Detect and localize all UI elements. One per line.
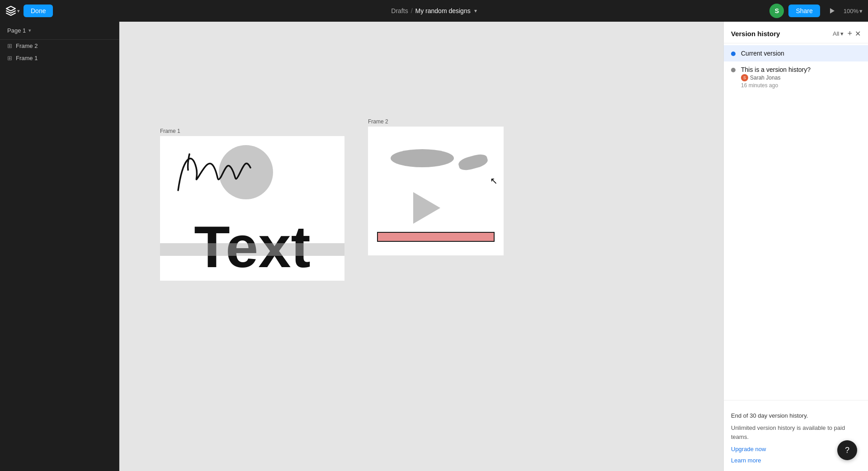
svg-marker-0 — [830, 8, 835, 14]
zoom-level: 100% — [844, 8, 859, 14]
version-user: S Sarah Jonas — [741, 74, 861, 81]
version-item-history[interactable]: This is a version history? S Sarah Jonas… — [724, 61, 868, 93]
version-dot-history — [731, 68, 736, 72]
main-content: Page 1 ▾ ⊞ Frame 2 ⊞ Frame 1 Frame 1 — [0, 22, 868, 471]
layer-item-frame1[interactable]: ⊞ Frame 1 — [0, 52, 119, 64]
frame2-container: Frame 2 — [368, 118, 504, 255]
left-panel: Page 1 ▾ ⊞ Frame 2 ⊞ Frame 1 — [0, 22, 119, 471]
play-button[interactable] — [825, 4, 839, 18]
version-dot-current — [731, 52, 736, 56]
rp-divider — [724, 400, 868, 400]
page-chevron: ▾ — [28, 28, 31, 33]
frame2-oval — [391, 149, 454, 167]
page-label: Page 1 — [7, 27, 26, 34]
share-button[interactable]: Share — [788, 5, 820, 17]
frame2-box[interactable] — [368, 127, 504, 255]
layer-label-frame1: Frame 1 — [16, 55, 38, 61]
version-info-current: Current version — [741, 50, 861, 57]
logo-chevron: ▾ — [17, 8, 20, 14]
rp-filter-chevron: ▾ — [840, 30, 844, 37]
layer-item-frame2[interactable]: ⊞ Frame 2 — [0, 40, 119, 52]
breadcrumb-drafts[interactable]: Drafts — [391, 7, 408, 14]
help-fab[interactable]: ? — [837, 440, 857, 460]
done-button[interactable]: Done — [24, 5, 53, 17]
frame2-label: Frame 2 — [368, 118, 504, 125]
version-name-current: Current version — [741, 50, 861, 57]
page-selector[interactable]: Page 1 ▾ — [0, 22, 119, 40]
rp-filter-dropdown[interactable]: All ▾ — [833, 30, 844, 37]
rp-footer: End of 30 day version history. Unlimited… — [724, 404, 868, 471]
frame-icon: ⊞ — [7, 42, 12, 49]
logo-icon[interactable]: ▾ — [5, 4, 20, 18]
topbar: ▾ Done Drafts / My random designs ▾ S Sh… — [0, 0, 868, 22]
layer-label-frame2: Frame 2 — [16, 42, 38, 49]
frame1-graybar — [160, 243, 344, 256]
rp-end-text: End of 30 day version history. — [731, 411, 861, 420]
zoom-chevron: ▾ — [859, 8, 863, 14]
rp-upgrade-text: Unlimited version history is available t… — [731, 424, 861, 441]
right-panel: Version history All ▾ + ✕ Current versio… — [723, 22, 868, 471]
breadcrumb: Drafts / My random designs ▾ — [391, 7, 476, 14]
frame1-label: Frame 1 — [160, 128, 344, 134]
canvas-area[interactable]: Frame 1 Text Frame 2 — [119, 22, 723, 471]
rp-title: Version history — [731, 30, 833, 38]
frame1-hello — [169, 141, 273, 207]
frame-icon-2: ⊞ — [7, 55, 12, 61]
topbar-right: S Share 100% ▾ — [769, 4, 863, 18]
version-name-history: This is a version history? — [741, 66, 861, 73]
version-info-history: This is a version history? S Sarah Jonas… — [741, 66, 861, 89]
user-avatar-small: S — [741, 74, 748, 81]
user-avatar[interactable]: S — [769, 4, 784, 18]
rp-close-button[interactable]: ✕ — [855, 29, 861, 38]
breadcrumb-sep: / — [411, 7, 413, 14]
design-name-chevron[interactable]: ▾ — [474, 8, 477, 14]
user-name: Sarah Jonas — [750, 75, 780, 81]
version-time: 16 minutes ago — [741, 82, 861, 89]
rp-filter-label: All — [833, 30, 839, 37]
frame2-small-shape — [457, 152, 489, 172]
frame2-pinkbar — [377, 232, 495, 242]
rp-add-button[interactable]: + — [847, 29, 852, 38]
frame1-container: Frame 1 Text — [160, 128, 344, 281]
frame1-box[interactable]: Text — [160, 136, 344, 281]
zoom-control[interactable]: 100% ▾ — [844, 8, 863, 14]
version-item-current[interactable]: Current version — [724, 45, 868, 61]
design-name[interactable]: My random designs — [415, 7, 471, 14]
rp-header: Version history All ▾ + ✕ — [724, 22, 868, 43]
version-list: Current version This is a version histor… — [724, 43, 868, 396]
frame2-arrow — [413, 192, 440, 224]
